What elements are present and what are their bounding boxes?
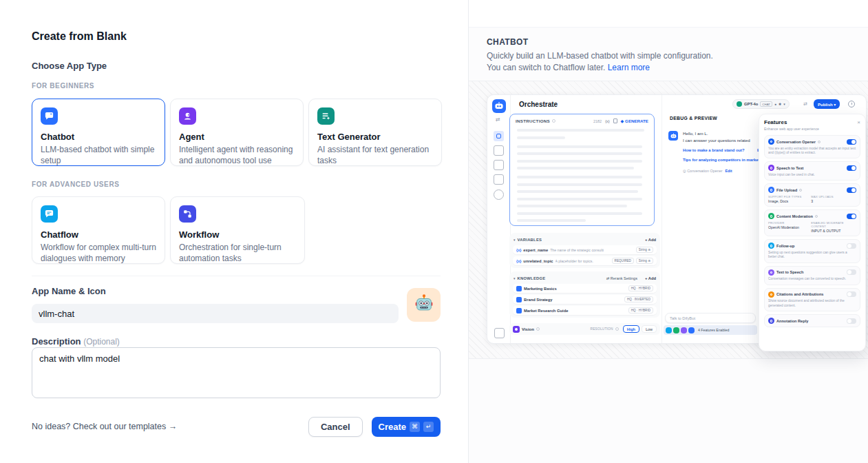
shot-chevron-down-icon: ▾ [783,102,785,106]
shot-compare-icon: ⇄ [803,101,807,107]
shot-nav-prompt-icon [494,131,504,141]
shot-suggestion-1: How to make a brand stand out? [683,148,745,152]
feature-card-citations: Citations and Attributions Show source d… [764,288,860,311]
description-optional-label: (Optional) [83,337,120,347]
shot-knowledge-panel: ▾ KNOWLEDGE ⇄ Rerank Settings + Add Mark… [509,271,660,318]
shot-mic-icon: ● [774,102,776,106]
type-card-desc: Workflow for complex multi-turn dialogue… [41,243,156,264]
type-card-text-generator[interactable]: Text Generator AI assistant for text gen… [308,99,442,166]
app-type-preview-panel: CHATBOT Quickly build an LLM-based chatb… [469,0,868,463]
shot-resolution-low: Low [642,325,657,333]
type-card-agent[interactable]: Agent Intelligent agent with reasoning a… [170,99,304,166]
chatflow-icon [41,205,58,223]
enabled-feature-icon [688,327,695,333]
toggle-off [847,291,856,297]
shot-bot-avatar-icon [668,131,678,141]
feature-card-annotation-reply: Annotation Reply [764,314,860,327]
enabled-feature-icon [681,327,687,333]
type-card-chatbot[interactable]: Chatbot LLM-based chatbot with simple se… [32,99,165,166]
shot-gear-icon: ✱ [779,102,781,106]
shot-model-selector: GPT-4o CHAT ● ✱ ▾ [732,99,790,109]
type-card-title: Chatflow [41,229,156,240]
shot-debug-title: DEBUG & PREVIEW [670,116,717,121]
close-icon: × [857,119,860,125]
shot-swap-icon: ⇄ [496,116,500,123]
learn-more-link[interactable]: Learn more [608,63,650,72]
shot-history-icon [848,101,855,107]
shot-resolution-high: High [623,325,639,333]
shot-nav-settings-icon [494,189,504,200]
shot-knowledge-row: Brand Strategy HQ · INVERTED [513,295,657,304]
annotation-reply-icon [768,318,774,324]
file-upload-icon [768,187,774,193]
cancel-button[interactable]: Cancel [308,417,363,437]
templates-link[interactable]: No ideas? Check out our templates → [32,422,177,431]
text-to-speech-icon [768,269,774,276]
toggle-off [847,269,856,275]
description-textarea[interactable]: chat with vllm model [32,347,441,398]
dataset-icon [516,308,522,313]
type-card-title: Chatbot [41,132,156,142]
for-advanced-users-label: FOR ADVANCED USERS [32,181,119,188]
info-icon [615,327,619,331]
shot-suggestion-2: Tips for analyzing competitors in market [683,158,759,162]
shot-bottom-icon [494,328,505,338]
text-generator-icon [317,107,335,125]
dataset-icon [516,297,522,302]
beginner-type-cards: Chatbot LLM-based chatbot with simple se… [32,99,442,166]
robot-emoji-icon [414,294,434,317]
shot-publish-button: Publish ▾ [814,99,840,109]
app-icon-picker[interactable] [407,288,441,322]
type-card-desc: AI assistant for text generation tasks [317,145,433,166]
toggle-off [847,243,856,249]
create-button[interactable]: Create ⌘ ↵ [372,417,441,437]
toggle-on [847,187,856,193]
speech-to-text-icon [768,165,774,171]
toggle-off [847,318,856,324]
vision-eye-icon [513,326,520,333]
toggle-on [847,139,856,145]
feature-card-text-to-speech: Text to Speech Conversation messages can… [764,266,860,285]
shot-variable-row: {x} expert_name The name of the strategi… [513,245,657,254]
create-app-screen: Create from Blank Choose App Type FOR BE… [0,0,868,463]
shot-vision-row: Vision RESOLUTION High Low [509,323,660,335]
modal-footer: No ideas? Check out our templates → Canc… [32,417,441,436]
app-name-input[interactable] [32,304,399,323]
type-card-desc: LLM-based chatbot with simple setup [41,145,156,166]
feature-card-file-upload: File Upload SUPPORT FILE TYPESImage, Doc… [764,183,860,207]
feature-card-speech-to-text: Speech to Text Voice input can be used i… [764,161,860,181]
dataset-icon [516,286,522,291]
description-label: Description (Optional) [32,336,120,347]
preview-description: Quickly build an LLM-based chatbot with … [487,50,729,74]
type-card-desc: Intelligent agent with reasoning and aut… [179,145,295,166]
shot-variables-panel: ▾ VARIABLES + Add {x} expert_name The na… [509,233,660,268]
shot-knowledge-row: Market Research Guide HQ · HYBRID [513,306,657,315]
toggle-on [847,214,856,219]
shot-features-panel: Features × Enhance web app user experien… [759,114,866,351]
section-divider [32,276,441,276]
type-card-title: Agent [179,132,295,142]
cmd-key-icon: ⌘ [410,422,420,432]
preview-panel-topbar [469,0,868,28]
shot-app-avatar-icon [492,99,506,113]
shot-token-count: 2182 [593,119,602,123]
shot-copy-icon [613,119,617,123]
feature-card-content-moderation: Content Moderation PROVIDEROpenAI Modera… [764,209,860,236]
type-card-title: Workflow [179,229,296,240]
conversation-opener-icon [768,138,774,145]
type-card-chatflow[interactable]: Chatflow Workflow for complex multi-turn… [32,196,165,264]
content-moderation-icon [768,213,774,219]
shot-column-divider [661,95,662,343]
shot-variable-icon: {x} [605,119,609,123]
shot-knowledge-row: Marketing Basics HQ · HYBRID [513,284,657,293]
shot-enabled-features-bar: 4 Features Enabled [664,325,757,335]
citations-icon [768,291,774,298]
enabled-feature-icon [673,327,679,333]
workflow-icon [179,205,196,223]
shot-instructions-panel: INSTRUCTIONS 2182 {x} ◆ GENERATE [509,114,655,226]
chatbot-icon [41,107,58,125]
shot-generate-button: ◆ GENERATE [621,119,648,123]
preview-heading: CHATBOT [487,37,529,47]
type-card-workflow[interactable]: Workflow Orchestration for single-turn a… [170,196,305,264]
shot-chat-input: Talk to DifyBot [665,313,756,323]
